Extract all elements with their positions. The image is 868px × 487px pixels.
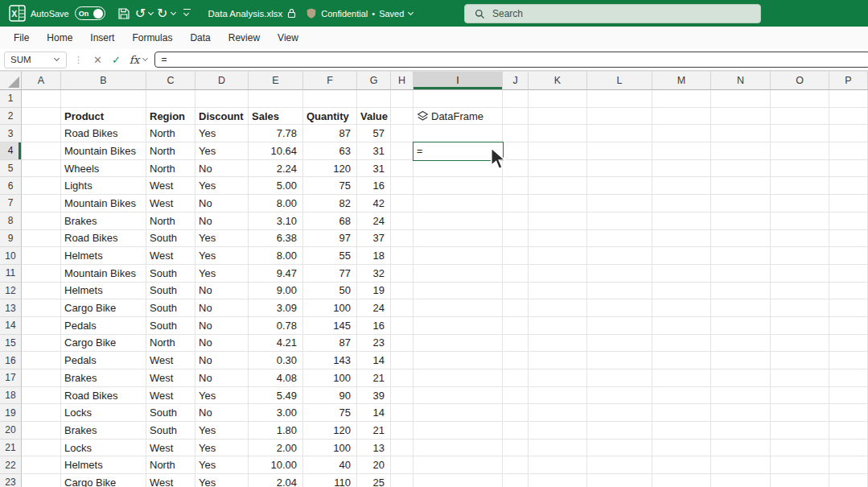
column-header-d[interactable]: D bbox=[195, 71, 249, 90]
cell-N6[interactable] bbox=[711, 177, 771, 195]
cell-B4[interactable]: Mountain Bikes bbox=[61, 142, 146, 160]
cell-E8[interactable]: 3.10 bbox=[249, 213, 303, 230]
cell-K22[interactable] bbox=[529, 456, 587, 474]
cell-B22[interactable]: Helmets bbox=[61, 456, 146, 474]
cell-G17[interactable]: 21 bbox=[357, 369, 391, 387]
cell-P13[interactable] bbox=[829, 299, 868, 317]
cell-L2[interactable] bbox=[587, 108, 652, 126]
cell-L23[interactable] bbox=[587, 474, 652, 487]
cell-G2[interactable]: Value bbox=[357, 108, 391, 126]
cell-N5[interactable] bbox=[711, 160, 771, 178]
cell-B14[interactable]: Pedals bbox=[61, 317, 146, 335]
cell-D8[interactable]: No bbox=[195, 213, 249, 230]
column-header-m[interactable]: M bbox=[652, 71, 711, 90]
cell-A16[interactable] bbox=[22, 352, 61, 369]
cell-G13[interactable]: 24 bbox=[357, 299, 391, 317]
cell-D22[interactable]: Yes bbox=[195, 456, 249, 474]
cell-G20[interactable]: 21 bbox=[357, 422, 391, 440]
cell-P9[interactable] bbox=[829, 230, 868, 248]
cell-F17[interactable]: 100 bbox=[303, 369, 357, 387]
row-header-20[interactable]: 20 bbox=[0, 422, 22, 440]
cell-G14[interactable]: 16 bbox=[357, 317, 391, 335]
cell-D14[interactable]: No bbox=[195, 317, 249, 335]
cell-L8[interactable] bbox=[587, 213, 652, 230]
cell-D17[interactable]: No bbox=[195, 369, 249, 387]
cell-C4[interactable]: North bbox=[146, 142, 195, 160]
cell-I6[interactable] bbox=[413, 177, 503, 195]
cell-G9[interactable]: 37 bbox=[357, 230, 391, 248]
cell-D2[interactable]: Discount bbox=[195, 108, 249, 126]
cell-D15[interactable]: No bbox=[195, 335, 249, 353]
cell-P22[interactable] bbox=[829, 456, 868, 474]
row-header-18[interactable]: 18 bbox=[0, 387, 22, 405]
row-header-3[interactable]: 3 bbox=[0, 125, 22, 142]
cell-O4[interactable] bbox=[771, 142, 829, 160]
cell-M13[interactable] bbox=[652, 299, 711, 317]
tab-home[interactable]: Home bbox=[38, 32, 81, 43]
cell-F4[interactable]: 63 bbox=[303, 142, 357, 160]
cell-B9[interactable]: Road Bikes bbox=[61, 230, 146, 248]
cell-P11[interactable] bbox=[829, 265, 868, 283]
cell-D1[interactable] bbox=[195, 90, 249, 108]
cell-G19[interactable]: 14 bbox=[357, 404, 391, 422]
cell-M17[interactable] bbox=[652, 369, 711, 387]
cell-A15[interactable] bbox=[22, 335, 61, 353]
cell-G21[interactable]: 13 bbox=[357, 440, 391, 457]
cell-E18[interactable]: 5.49 bbox=[249, 387, 303, 405]
cell-A7[interactable] bbox=[22, 195, 61, 213]
cell-L18[interactable] bbox=[587, 387, 652, 405]
cell-D21[interactable]: Yes bbox=[195, 440, 249, 457]
cell-O19[interactable] bbox=[771, 404, 829, 422]
cell-O6[interactable] bbox=[771, 177, 829, 195]
cell-B19[interactable]: Locks bbox=[61, 404, 146, 422]
cell-F8[interactable]: 68 bbox=[303, 213, 357, 230]
cell-C23[interactable]: West bbox=[146, 474, 195, 487]
cell-I1[interactable] bbox=[413, 90, 503, 108]
document-title[interactable]: Data Analysis.xlsx bbox=[208, 9, 283, 19]
cell-H12[interactable] bbox=[391, 283, 413, 300]
cell-O16[interactable] bbox=[771, 352, 829, 369]
cell-D16[interactable]: No bbox=[195, 352, 249, 369]
column-header-e[interactable]: E bbox=[249, 71, 303, 90]
cell-C6[interactable]: West bbox=[146, 177, 195, 195]
cell-F11[interactable]: 77 bbox=[303, 265, 357, 283]
cell-O14[interactable] bbox=[771, 317, 829, 335]
cell-M14[interactable] bbox=[652, 317, 711, 335]
cell-F1[interactable] bbox=[303, 90, 357, 108]
cell-N23[interactable] bbox=[711, 474, 771, 487]
cell-E22[interactable]: 10.00 bbox=[249, 456, 303, 474]
cell-K8[interactable] bbox=[529, 213, 587, 230]
cell-K15[interactable] bbox=[529, 335, 587, 353]
cell-A23[interactable] bbox=[22, 474, 61, 487]
cell-L3[interactable] bbox=[587, 125, 652, 142]
cell-B5[interactable]: Wheels bbox=[61, 160, 146, 178]
cell-P23[interactable] bbox=[829, 474, 868, 487]
cell-B12[interactable]: Helmets bbox=[61, 283, 146, 300]
cell-K10[interactable] bbox=[529, 247, 587, 265]
cell-I17[interactable] bbox=[413, 369, 503, 387]
cell-J12[interactable] bbox=[503, 283, 529, 300]
cell-J22[interactable] bbox=[503, 456, 529, 474]
select-all-button[interactable] bbox=[0, 71, 22, 90]
cell-B18[interactable]: Road Bikes bbox=[61, 387, 146, 405]
cell-P18[interactable] bbox=[829, 387, 868, 405]
column-header-i[interactable]: I bbox=[413, 71, 503, 90]
cell-J16[interactable] bbox=[503, 352, 529, 369]
cell-O2[interactable] bbox=[771, 108, 829, 126]
cell-A4[interactable] bbox=[22, 142, 61, 160]
row-header-8[interactable]: 8 bbox=[0, 213, 22, 230]
tab-view[interactable]: View bbox=[269, 32, 307, 43]
cell-A18[interactable] bbox=[22, 387, 61, 405]
cell-J6[interactable] bbox=[503, 177, 529, 195]
cell-A13[interactable] bbox=[22, 299, 61, 317]
cell-D3[interactable]: Yes bbox=[195, 125, 249, 142]
cell-F2[interactable]: Quantity bbox=[303, 108, 357, 126]
cell-E6[interactable]: 5.00 bbox=[249, 177, 303, 195]
cell-I13[interactable] bbox=[413, 299, 503, 317]
row-header-4[interactable]: 4 bbox=[0, 142, 22, 160]
cell-G3[interactable]: 57 bbox=[357, 125, 391, 142]
column-header-b[interactable]: B bbox=[61, 71, 146, 90]
cell-E20[interactable]: 1.80 bbox=[249, 422, 303, 440]
tab-file[interactable]: File bbox=[5, 32, 38, 43]
cell-M4[interactable] bbox=[652, 142, 711, 160]
